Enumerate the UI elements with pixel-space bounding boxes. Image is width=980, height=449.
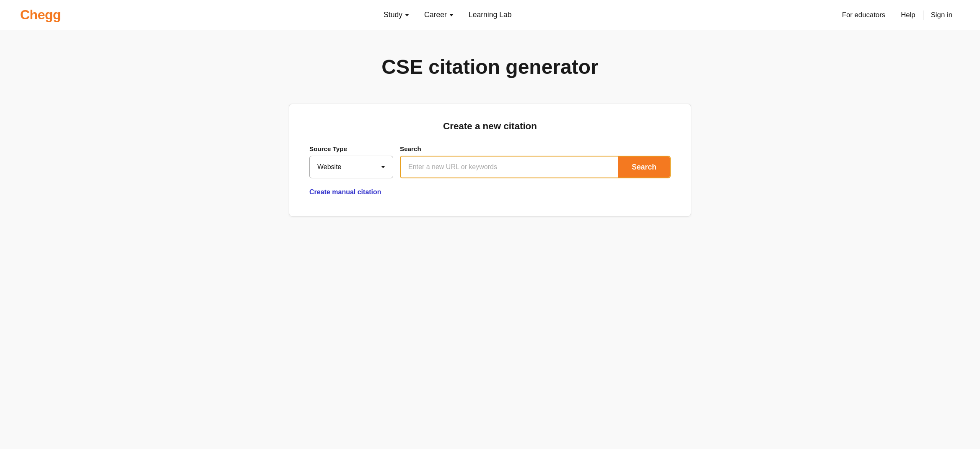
career-chevron-icon (449, 14, 454, 16)
nav-help[interactable]: Help (893, 11, 923, 19)
source-type-value: Website (317, 163, 342, 171)
nav-sign-in[interactable]: Sign in (923, 11, 960, 19)
search-input[interactable] (401, 157, 618, 178)
nav-for-educators[interactable]: For educators (835, 11, 893, 19)
search-input-wrapper: Search (400, 156, 671, 178)
nav-item-learning-lab-label: Learning Lab (469, 10, 512, 19)
citation-card: Create a new citation Source Type Websit… (289, 104, 691, 217)
nav-item-learning-lab[interactable]: Learning Lab (469, 10, 512, 19)
source-type-label: Source Type (309, 145, 393, 152)
main-header: Chegg Study Career Learning Lab For educ… (0, 0, 980, 30)
nav-item-career[interactable]: Career (424, 10, 454, 19)
nav-item-career-label: Career (424, 10, 447, 19)
nav-item-study[interactable]: Study (384, 10, 409, 19)
search-button[interactable]: Search (618, 157, 670, 178)
source-type-select[interactable]: Website (309, 156, 393, 178)
logo[interactable]: Chegg (20, 7, 61, 23)
main-content: CSE citation generator Create a new cita… (0, 30, 980, 449)
nav-item-study-label: Study (384, 10, 402, 19)
nav-right: For educators Help Sign in (835, 10, 960, 20)
source-type-chevron-icon (381, 166, 385, 168)
create-manual-citation-link[interactable]: Create manual citation (309, 188, 381, 196)
nav-center: Study Career Learning Lab (384, 10, 512, 19)
page-title: CSE citation generator (381, 55, 598, 78)
search-group: Search Search (400, 145, 671, 178)
form-row: Source Type Website Search Search (309, 145, 671, 178)
source-type-group: Source Type Website (309, 145, 393, 178)
citation-card-title: Create a new citation (309, 121, 671, 132)
search-label: Search (400, 145, 671, 152)
study-chevron-icon (405, 14, 409, 16)
